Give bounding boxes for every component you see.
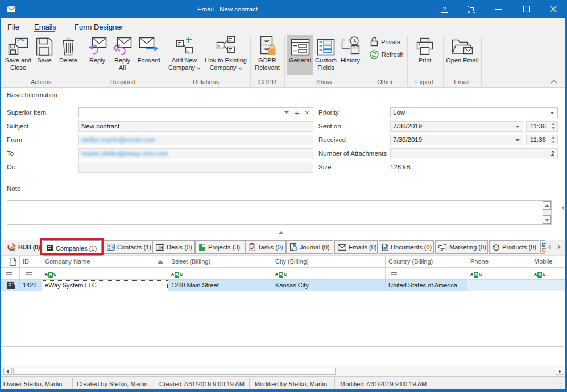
svg-text:?: ? [443, 6, 446, 12]
